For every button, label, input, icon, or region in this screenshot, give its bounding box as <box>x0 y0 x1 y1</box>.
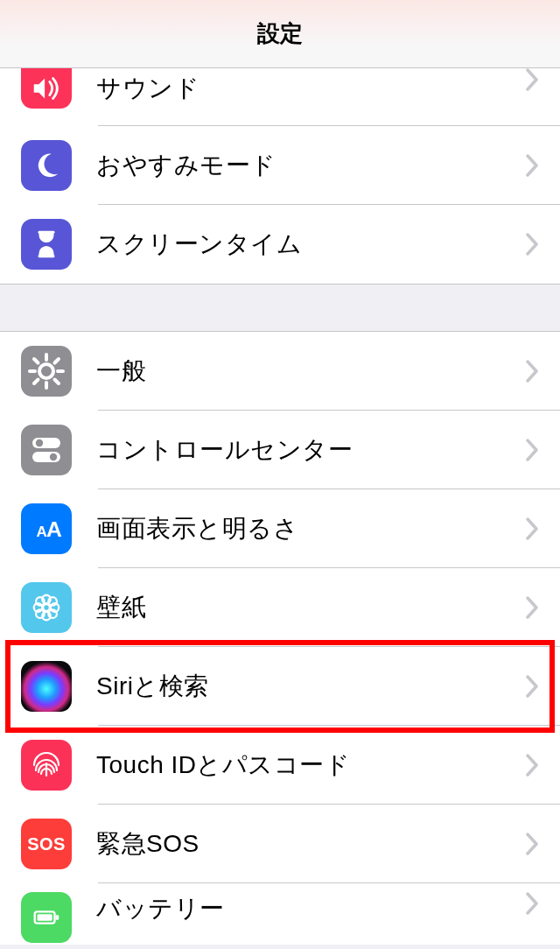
chevron-right-icon <box>525 833 539 855</box>
row-touch-id-passcode[interactable]: Touch IDとパスコード <box>0 726 560 805</box>
svg-line-9 <box>55 359 60 363</box>
text-size-icon: AA <box>21 503 72 554</box>
row-emergency-sos[interactable]: SOS 緊急SOS <box>0 805 560 883</box>
flower-icon <box>21 582 72 633</box>
gear-icon <box>21 346 72 397</box>
sos-icon: SOS <box>21 819 72 869</box>
svg-rect-0 <box>38 231 55 234</box>
moon-icon <box>21 140 72 191</box>
row-label: コントロールセンター <box>96 433 353 467</box>
svg-rect-28 <box>55 915 59 920</box>
chevron-right-icon <box>525 154 539 177</box>
svg-line-8 <box>55 380 60 384</box>
row-label: おやすみモード <box>96 149 276 182</box>
svg-line-10 <box>34 380 38 384</box>
section-gap <box>0 284 560 331</box>
row-sounds[interactable]: サウンド <box>0 68 560 126</box>
row-general[interactable]: 一般 <box>0 332 560 411</box>
svg-line-7 <box>34 359 38 363</box>
toggles-icon <box>21 425 72 475</box>
svg-rect-1 <box>38 255 55 257</box>
chevron-right-icon <box>525 68 539 91</box>
sos-text: SOS <box>27 834 66 854</box>
row-control-center[interactable]: コントロールセンター <box>0 411 560 489</box>
page-title: 設定 <box>257 18 303 49</box>
row-screen-time[interactable]: スクリーンタイム <box>0 205 560 284</box>
settings-list: サウンド おやすみモード スクリーンタイム <box>0 68 560 945</box>
chevron-right-icon <box>525 675 539 698</box>
chevron-right-icon <box>525 754 539 777</box>
siri-icon <box>21 661 72 712</box>
svg-point-12 <box>36 439 43 446</box>
svg-text:A: A <box>46 517 62 541</box>
row-label: サウンド <box>96 72 200 105</box>
row-wallpaper[interactable]: 壁紙 <box>0 568 560 647</box>
chevron-right-icon <box>525 360 539 383</box>
svg-point-17 <box>43 604 50 611</box>
nav-bar: 設定 <box>0 0 560 68</box>
chevron-right-icon <box>525 233 539 256</box>
chevron-right-icon <box>525 596 539 619</box>
row-display-brightness[interactable]: AA 画面表示と明るさ <box>0 489 560 568</box>
row-label: スクリーンタイム <box>96 228 302 261</box>
settings-group: 一般 コントロールセンター AA 画面表示と明る <box>0 331 560 945</box>
fingerprint-icon <box>21 740 72 791</box>
chevron-right-icon <box>525 517 539 540</box>
row-battery[interactable]: バッテリー <box>0 883 560 945</box>
chevron-right-icon <box>525 892 539 915</box>
settings-screen: 設定 サウンド おやすみモード スクリーンタイム <box>0 0 560 949</box>
row-label: 壁紙 <box>96 591 146 624</box>
svg-rect-27 <box>38 914 52 921</box>
svg-point-14 <box>50 453 57 460</box>
row-label: Siriと検索 <box>96 670 209 703</box>
row-do-not-disturb[interactable]: おやすみモード <box>0 126 560 205</box>
sounds-icon <box>21 68 72 109</box>
row-label: 画面表示と明るさ <box>96 512 298 545</box>
row-label: バッテリー <box>96 892 225 925</box>
battery-icon <box>21 892 72 943</box>
row-label: 緊急SOS <box>96 827 200 861</box>
row-label: Touch IDとパスコード <box>96 749 351 782</box>
chevron-right-icon <box>525 439 539 461</box>
hourglass-icon <box>21 219 72 270</box>
svg-point-2 <box>39 364 53 378</box>
row-siri-search[interactable]: Siriと検索 <box>0 647 560 726</box>
row-label: 一般 <box>96 355 146 388</box>
